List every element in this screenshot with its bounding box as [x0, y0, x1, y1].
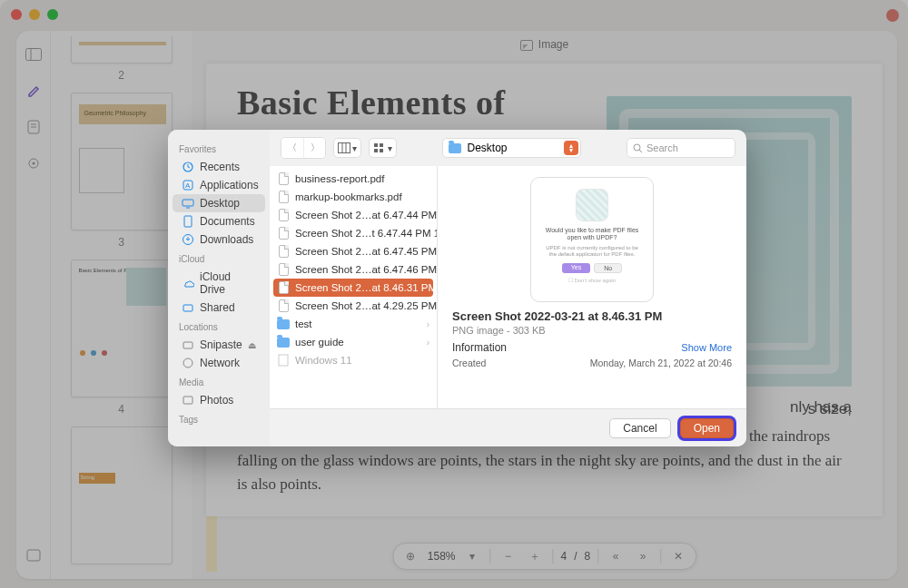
nav-back-forward: 〈 〉 — [281, 137, 326, 159]
search-icon — [633, 143, 643, 153]
document-icon — [277, 299, 290, 313]
created-value: Monday, March 21, 2022 at 20:46 — [590, 358, 732, 368]
svg-rect-23 — [380, 143, 383, 147]
sidebar-item-desktop[interactable]: Desktop — [173, 194, 265, 212]
show-more-link[interactable]: Show More — [681, 342, 732, 353]
eject-icon[interactable]: ⏏ — [248, 340, 256, 350]
file-row[interactable]: Screen Shot 2…at 6.47.45 PM — [270, 242, 437, 260]
chevron-right-icon: › — [427, 319, 429, 329]
document-icon — [277, 226, 290, 240]
search-field[interactable]: Search — [627, 138, 735, 158]
document-icon — [277, 262, 290, 277]
svg-rect-13 — [184, 216, 192, 227]
folder-icon — [277, 335, 290, 349]
svg-rect-22 — [374, 143, 378, 147]
icloud-header: iCloud — [168, 249, 270, 268]
file-row[interactable]: Screen Shot 2…at 6.47.44 PM — [270, 206, 437, 224]
preview-column: Would you like to make PDF files open wi… — [438, 166, 746, 408]
svg-rect-11 — [183, 200, 193, 206]
info-header: Information — [452, 341, 507, 354]
folder-icon — [277, 317, 290, 331]
location-popup[interactable]: Desktop ▴▾ — [442, 138, 580, 158]
open-panel-body: 〈 〉 ▾ ▾ Desktop ▴▾ — [270, 130, 746, 446]
document-icon — [277, 244, 290, 259]
svg-rect-24 — [374, 149, 378, 152]
file-row[interactable]: Screen Shot 2…t 6.47.44 PM 1 — [270, 224, 437, 242]
file-row[interactable]: user guide› — [270, 333, 437, 351]
sidebar-item-icloud-drive[interactable]: iCloud Drive — [173, 268, 265, 299]
sidebar-item-documents[interactable]: Documents — [173, 212, 265, 230]
svg-point-17 — [183, 358, 192, 368]
favorites-header: Favorites — [168, 139, 270, 158]
locations-header: Locations — [168, 317, 270, 336]
svg-line-27 — [639, 150, 642, 152]
open-panel-toolbar: 〈 〉 ▾ ▾ Desktop ▴▾ — [270, 130, 746, 166]
open-panel-sidebar: Favorites Recents AApplications Desktop … — [168, 130, 270, 446]
sidebar-item-downloads[interactable]: Downloads — [173, 230, 265, 249]
svg-rect-19 — [339, 143, 350, 153]
preview-image-icon — [576, 189, 608, 221]
sidebar-item-shared[interactable]: Shared — [173, 299, 265, 317]
tags-header: Tags — [168, 409, 270, 428]
nav-forward-button[interactable]: 〉 — [303, 138, 325, 158]
open-button[interactable]: Open — [680, 418, 734, 438]
folder-icon — [449, 143, 461, 153]
preview-no-button: No — [594, 263, 622, 273]
nav-back-button[interactable]: 〈 — [281, 138, 303, 158]
file-row[interactable]: business-report.pdf — [270, 170, 437, 188]
created-label: Created — [452, 358, 486, 368]
sidebar-item-snipaste[interactable]: Snipaste⏏ — [173, 336, 265, 354]
svg-point-26 — [634, 144, 640, 151]
preview-yes-button: Yes — [562, 263, 590, 273]
document-icon — [277, 280, 290, 295]
sidebar-item-applications[interactable]: AApplications — [173, 176, 265, 194]
view-group-button[interactable]: ▾ — [369, 138, 397, 158]
svg-rect-25 — [380, 149, 383, 152]
document-icon — [277, 190, 290, 204]
document-icon — [277, 353, 290, 368]
file-row[interactable]: Screen Shot 2…at 8.46.31 PM — [273, 279, 433, 297]
document-icon — [277, 208, 290, 222]
svg-rect-16 — [183, 342, 192, 348]
preview-filename: Screen Shot 2022-03-21 at 8.46.31 PM — [452, 309, 732, 323]
location-stepper-icon[interactable]: ▴▾ — [564, 141, 578, 155]
open-panel-columns: business-report.pdfmarkup-bookmarks.pdfS… — [270, 166, 746, 408]
sidebar-item-network[interactable]: Network — [173, 354, 265, 372]
file-row[interactable]: markup-bookmarks.pdf — [270, 188, 437, 206]
cancel-button[interactable]: Cancel — [609, 418, 670, 438]
open-file-panel: Favorites Recents AApplications Desktop … — [168, 130, 746, 446]
sidebar-item-recents[interactable]: Recents — [173, 158, 265, 176]
view-columns-button[interactable]: ▾ — [333, 138, 361, 158]
svg-rect-15 — [183, 305, 192, 311]
preview-meta: PNG image - 303 KB — [452, 325, 732, 336]
sidebar-item-photos[interactable]: Photos — [173, 391, 265, 409]
file-row[interactable]: Screen Shot 2…at 6.47.46 PM — [270, 260, 437, 279]
preview-thumbnail: Would you like to make PDF files open wi… — [530, 177, 654, 302]
file-row[interactable]: test› — [270, 315, 437, 333]
open-panel-footer: Cancel Open — [270, 408, 746, 446]
app-window: 2 Geometric Philosophy 3 Basic Elements … — [0, 0, 908, 588]
svg-text:A: A — [185, 181, 191, 190]
file-row[interactable]: Windows 11 — [270, 351, 437, 369]
file-list: business-report.pdfmarkup-bookmarks.pdfS… — [270, 166, 438, 408]
file-row[interactable]: Screen Shot 2…at 4.29.25 PM — [270, 297, 437, 315]
document-icon — [277, 172, 290, 186]
svg-rect-18 — [183, 397, 192, 404]
media-header: Media — [168, 372, 270, 391]
chevron-right-icon: › — [427, 338, 429, 348]
svg-rect-28 — [279, 355, 288, 366]
